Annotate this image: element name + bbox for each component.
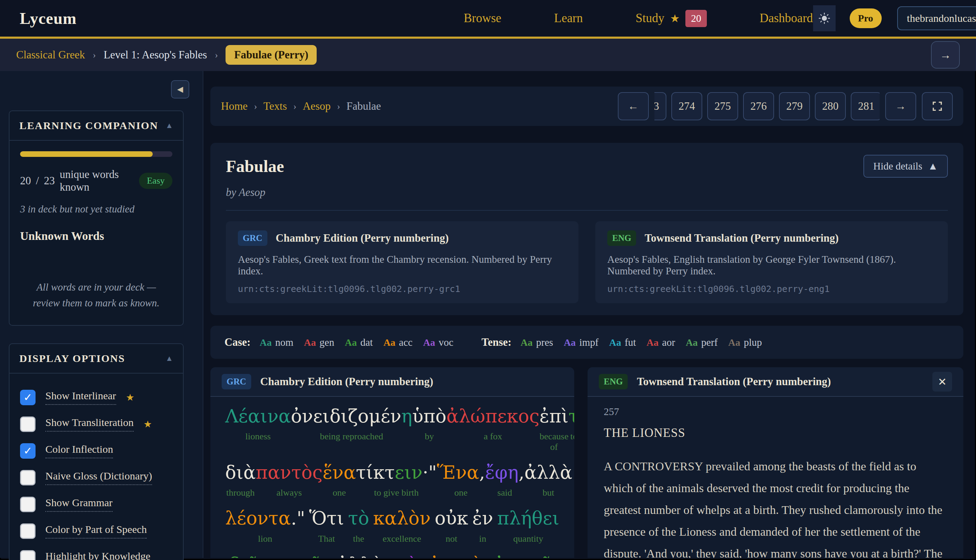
hide-details-button[interactable]: Hide details ▲ bbox=[863, 155, 948, 178]
greek-word[interactable]: ὑπὸby bbox=[412, 406, 447, 452]
divider bbox=[226, 210, 948, 211]
breadcrumb-item[interactable]: Fabulae (Perry) bbox=[225, 45, 317, 65]
display-option-label[interactable]: Color Inflection bbox=[45, 443, 113, 458]
edition-card-grc[interactable]: GRCChambry Edition (Perry numbering)Aeso… bbox=[226, 221, 579, 303]
breadcrumb-item[interactable]: Aesop bbox=[303, 100, 330, 113]
checkbox[interactable] bbox=[20, 470, 35, 485]
legend-name: aor bbox=[662, 337, 675, 348]
prev-page-button[interactable]: ← bbox=[618, 92, 649, 120]
nav-link-learn[interactable]: Learn bbox=[554, 11, 583, 25]
legend-name: gen bbox=[319, 337, 334, 348]
legend-sample: Aa bbox=[609, 337, 621, 348]
greek-segment: λέοντα bbox=[225, 508, 291, 529]
greek-word[interactable]: παντὸςalways bbox=[256, 462, 323, 498]
legend-sample: Aa bbox=[647, 337, 659, 348]
display-option-label[interactable]: Highlight by Knowledge bbox=[45, 550, 150, 560]
display-option-label[interactable]: Naive Gloss (Dictionary) bbox=[45, 470, 152, 485]
greek-word-text: τὸ bbox=[348, 508, 369, 528]
next-page-button[interactable]: → bbox=[885, 92, 916, 120]
page-button-280[interactable]: 280 bbox=[815, 92, 846, 120]
greek-segment: ἐν bbox=[472, 508, 493, 529]
display-options-header[interactable]: DISPLAY OPTIONS ▲ bbox=[10, 344, 183, 373]
display-option-label[interactable]: Show Grammar bbox=[45, 497, 113, 512]
greek-word-text: ἀλλὰ bbox=[337, 554, 385, 558]
checkbox[interactable] bbox=[20, 497, 35, 512]
collapse-triangle-icon[interactable]: ▲ bbox=[165, 121, 173, 130]
display-option-row: Naive Gloss (Dictionary) bbox=[20, 470, 172, 485]
checkbox[interactable] bbox=[20, 417, 35, 432]
greek-word[interactable]: ἀφορᾶν.to look to bbox=[493, 554, 570, 558]
greek-word[interactable]: τίκτειν·"to give birth bbox=[356, 462, 437, 498]
breadcrumb-item[interactable]: Classical Greek bbox=[16, 48, 85, 61]
greek-word[interactable]: ὍτιThat bbox=[309, 508, 344, 544]
breadcrumb-item[interactable]: Home bbox=[221, 100, 248, 113]
page-button-281[interactable]: 281 bbox=[851, 92, 879, 120]
page-button-273[interactable]: 273 bbox=[654, 92, 666, 120]
page-number-strip: 273274275276279280281 bbox=[654, 92, 879, 120]
checkbox[interactable]: ✓ bbox=[20, 390, 35, 405]
greek-word[interactable]: οὐκnot bbox=[434, 508, 468, 544]
greek-word[interactable]: ἕναone bbox=[323, 462, 356, 498]
account-menu[interactable]: thebrandonlucas@gm... ▼ bbox=[897, 6, 976, 30]
greek-word[interactable]: ἐνin bbox=[472, 508, 493, 544]
greek-segment: ·" bbox=[422, 462, 437, 483]
greek-word[interactable]: Λέαιναlioness bbox=[225, 406, 291, 452]
page-button-275[interactable]: 275 bbox=[707, 92, 738, 120]
greek-word[interactable]: ἀλώπεκοςa fox bbox=[447, 406, 540, 452]
learning-companion-header[interactable]: LEARNING COMPANION ▲ bbox=[10, 111, 183, 141]
greek-word[interactable]: ἐπὶbecause of bbox=[539, 406, 568, 452]
word-gloss: but bbox=[524, 488, 572, 498]
page-button-279[interactable]: 279 bbox=[779, 92, 810, 120]
app-body: ◀ LEARNING COMPANION ▲ 20 / 23 unique wo… bbox=[0, 71, 976, 558]
legend-sample: Aa bbox=[423, 337, 435, 348]
legend-item-voc: Aavoc bbox=[423, 337, 453, 348]
nav-link-browse[interactable]: Browse bbox=[464, 11, 501, 25]
english-text-body: 257 THE LIONESS A CONTROVERSY prevailed … bbox=[587, 397, 963, 558]
greek-word[interactable]: ὀνειδιζομένηbeing reproached bbox=[291, 406, 412, 452]
greek-word[interactable]: τῷto-the bbox=[569, 406, 574, 452]
greek-word-text: πρὸς bbox=[385, 554, 429, 558]
greek-word-text: οὐκ bbox=[434, 508, 468, 528]
greek-word[interactable]: διὰthrough bbox=[225, 462, 256, 498]
nav-link-dashboard[interactable]: Dashboard bbox=[760, 11, 813, 25]
greek-word-text: ἐν bbox=[472, 508, 493, 528]
checkbox[interactable] bbox=[20, 523, 35, 539]
legend-group-label: Case: bbox=[224, 336, 250, 348]
language-badge-grc: GRC bbox=[222, 374, 251, 389]
legend-group-label: Tense: bbox=[482, 336, 512, 348]
nav-link-label: Dashboard bbox=[760, 11, 813, 25]
forward-arrow-button[interactable]: → bbox=[931, 41, 960, 68]
theme-toggle-button[interactable] bbox=[813, 5, 836, 31]
greek-word[interactable]: τὸthe bbox=[348, 508, 369, 544]
language-badge-eng: ENG bbox=[599, 374, 628, 389]
nav-link-study[interactable]: Study★20 bbox=[636, 10, 707, 27]
greek-word[interactable]: πλήθειquantity bbox=[497, 508, 559, 544]
breadcrumb-item[interactable]: Texts bbox=[264, 100, 287, 113]
checkbox[interactable] bbox=[20, 550, 35, 560]
page-button-274[interactable]: 274 bbox=[671, 92, 702, 120]
reading-area: GRC Chambry Edition (Perry numbering) Λέ… bbox=[210, 367, 963, 558]
app-logo[interactable]: Lyceum bbox=[20, 9, 77, 28]
greek-word[interactable]: καλὸνexcellence bbox=[373, 508, 431, 544]
display-option-label[interactable]: Show Transliteration bbox=[45, 417, 134, 432]
display-option-label[interactable]: Color by Part of Speech bbox=[45, 523, 147, 538]
greek-word[interactable]: ἀλλὰbut bbox=[524, 462, 572, 498]
checkbox[interactable]: ✓ bbox=[20, 443, 35, 459]
greek-word[interactable]: ἀρετὴνvirtue bbox=[429, 554, 493, 558]
greek-segment: Ὅτι bbox=[309, 508, 344, 529]
greek-word[interactable]: Ἕνα,one bbox=[437, 462, 485, 498]
close-panel-button[interactable]: ✕ bbox=[933, 372, 952, 392]
greek-word[interactable]: πρὸςtoward bbox=[385, 554, 429, 558]
fullscreen-button[interactable] bbox=[922, 92, 953, 120]
edition-card-eng[interactable]: ENGTownsend Translation (Perry numbering… bbox=[595, 221, 948, 303]
collapse-triangle-icon[interactable]: ▲ bbox=[165, 354, 173, 363]
greek-word[interactable]: ἔφη,said bbox=[485, 462, 524, 498]
greek-word[interactable]: ἀλλὰbut bbox=[337, 554, 385, 558]
greek-word[interactable]: δεῖit is necessary bbox=[225, 554, 261, 558]
page-button-276[interactable]: 276 bbox=[743, 92, 774, 120]
known-words-label: unique words known bbox=[60, 168, 134, 193]
greek-word[interactable]: λέοντα."lion bbox=[225, 508, 305, 544]
sidebar-collapse-button[interactable]: ◀ bbox=[171, 80, 189, 98]
display-option-label[interactable]: Show Interlinear bbox=[45, 390, 116, 405]
greek-word[interactable]: μετρεῖν,to measure bbox=[261, 554, 337, 558]
